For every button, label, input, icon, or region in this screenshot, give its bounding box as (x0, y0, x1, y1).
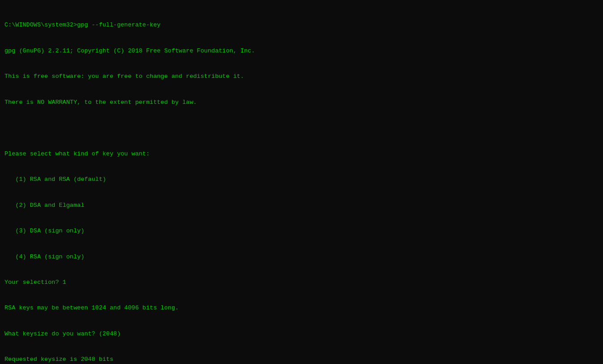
line-1: C:\WINDOWS\system32>gpg --full-generate-… (4, 21, 599, 29)
line-14: Requested keysize is 2048 bits (4, 355, 599, 364)
line-13: What keysize do you want? (2048) (4, 330, 599, 338)
line-2: gpg (GnuPG) 2.2.11; Copyright (C) 2018 F… (4, 47, 599, 55)
line-3: This is free software: you are free to c… (4, 72, 599, 81)
line-12: RSA keys may be between 1024 and 4096 bi… (4, 304, 599, 312)
line-10: (4) RSA (sign only) (4, 253, 599, 261)
line-9: (3) DSA (sign only) (4, 227, 599, 235)
line-8: (2) DSA and Elgamal (4, 201, 599, 210)
line-4: There is NO WARRANTY, to the extent perm… (4, 98, 599, 107)
line-5 (4, 124, 599, 132)
terminal: C:\WINDOWS\system32>gpg --full-generate-… (4, 4, 599, 364)
line-6: Please select what kind of key you want: (4, 150, 599, 158)
line-11: Your selection? 1 (4, 278, 599, 287)
line-7: (1) RSA and RSA (default) (4, 175, 599, 184)
